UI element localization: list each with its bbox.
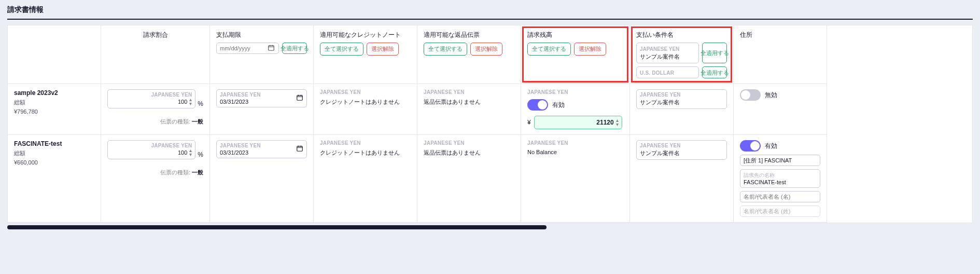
apply-all-label: 全適用する bbox=[281, 45, 309, 51]
cond-usd-input[interactable]: U.S. DOLLAR bbox=[636, 66, 699, 78]
hdr-return: 適用可能な返品伝票 全て選択する 選択解除 bbox=[417, 25, 521, 84]
rep-name-input[interactable] bbox=[740, 191, 820, 202]
cond-usd-apply-all-button[interactable]: 全適用する bbox=[702, 66, 727, 78]
deadline-value: 03/31/2023 bbox=[220, 99, 261, 105]
hdr-cond-label: 支払い条件名 bbox=[636, 31, 727, 39]
addr-toggle[interactable] bbox=[740, 140, 761, 152]
table-scroll[interactable]: 請求割合 支払期限 全適用する bbox=[8, 25, 972, 223]
cell-addr: 有効 請求先の名称 FASCINATE-test bbox=[734, 135, 827, 223]
cond-jpy-input[interactable]: JAPANESE YEN サンプル案件名 bbox=[636, 43, 699, 63]
hdr-deadline: 支払期限 全適用する bbox=[210, 25, 314, 84]
balance-amount: 21120 bbox=[596, 119, 613, 126]
cond-jpy-currency: JAPANESE YEN bbox=[640, 46, 695, 52]
deadline-currency: JAPANESE YEN bbox=[220, 143, 261, 148]
cell-addr: 無効 bbox=[734, 84, 827, 135]
balance-select-all-button[interactable]: 全て選択する bbox=[527, 43, 571, 56]
return-deselect-button[interactable]: 選択解除 bbox=[470, 43, 502, 56]
hdr-deadline-label: 支払期限 bbox=[216, 31, 307, 39]
return-text: 返品伝票はありません bbox=[424, 98, 514, 106]
deadline-currency: JAPANESE YEN bbox=[220, 92, 261, 98]
row-head: FASCINATE-test 総額 ¥660,000 bbox=[8, 135, 101, 223]
deadline-value: 03/31/2023 bbox=[220, 149, 261, 156]
balance-currency: JAPANESE YEN bbox=[527, 89, 623, 95]
credit-text: クレジットノートはありません bbox=[320, 98, 411, 106]
credit-deselect-button[interactable]: 選択解除 bbox=[367, 43, 399, 56]
cond-jpy-sample: サンプル案件名 bbox=[640, 53, 695, 61]
deadline-field[interactable]: JAPANESE YEN 03/31/2023 bbox=[216, 140, 307, 158]
addr-toggle[interactable] bbox=[740, 89, 761, 101]
ratio-currency: JAPANESE YEN bbox=[111, 92, 192, 98]
credit-text: クレジットノートはありません bbox=[320, 149, 411, 157]
divider bbox=[7, 19, 973, 20]
calendar-icon bbox=[296, 145, 303, 154]
page-title: 請求書情報 bbox=[0, 0, 980, 19]
addr-input[interactable] bbox=[740, 155, 820, 166]
hdr-addr: 住所 bbox=[734, 25, 827, 84]
cell-credit: JAPANESE YEN クレジットノートはありません bbox=[314, 84, 417, 135]
balance-symbol: ¥ bbox=[527, 119, 531, 126]
svg-rect-2 bbox=[297, 146, 303, 151]
invoice-card: 請求割合 支払期限 全適用する bbox=[7, 25, 973, 223]
stepper-icon[interactable]: ▴▾ bbox=[189, 98, 192, 106]
cell-return: JAPANESE YEN 返品伝票はありません bbox=[417, 84, 521, 135]
rep-surname-input[interactable] bbox=[740, 206, 820, 217]
cell-ratio: JAPANESE YEN ▴▾ % 伝票の種類: 一般 bbox=[101, 135, 210, 223]
deadline-apply-all-button[interactable]: 全適用する bbox=[282, 43, 307, 54]
cell-return: JAPANESE YEN 返品伝票はありません bbox=[417, 135, 521, 223]
cell-ratio: JAPANESE YEN ▴▾ % 伝票の種類: 一般 bbox=[101, 84, 210, 135]
hdr-credit-label: 適用可能なクレジットノート bbox=[320, 31, 411, 39]
return-select-all-button[interactable]: 全て選択する bbox=[424, 43, 467, 56]
horizontal-scrollbar[interactable] bbox=[7, 225, 547, 229]
ratio-currency: JAPANESE YEN bbox=[111, 143, 192, 148]
cond-field[interactable]: JAPANESE YEN サンプル案件名 bbox=[636, 89, 727, 109]
hdr-cond: 支払い条件名 JAPANESE YEN サンプル案件名 全適用する U.S. D… bbox=[630, 25, 734, 84]
hdr-balance-label: 請求残高 bbox=[527, 31, 623, 39]
return-currency: JAPANESE YEN bbox=[424, 89, 514, 95]
ratio-input[interactable] bbox=[156, 99, 187, 105]
hdr-blank bbox=[8, 25, 101, 84]
voucher-type: 伝票の種類: 一般 bbox=[107, 118, 203, 126]
stepper-icon[interactable]: ▴▾ bbox=[189, 148, 192, 157]
cell-deadline: JAPANESE YEN 03/31/2023 bbox=[210, 135, 314, 223]
cell-cond: JAPANESE YEN サンプル案件名 bbox=[630, 135, 734, 223]
deadline-field[interactable]: JAPANESE YEN 03/31/2023 bbox=[216, 89, 307, 107]
balance-toggle-label: 有効 bbox=[552, 101, 565, 109]
cond-field[interactable]: JAPANESE YEN サンプル案件名 bbox=[636, 140, 727, 160]
hdr-return-label: 適用可能な返品伝票 bbox=[424, 31, 514, 39]
percent-sign: % bbox=[198, 151, 203, 159]
cond-jpy-apply-all-button[interactable]: 全適用する bbox=[702, 43, 727, 63]
svg-rect-1 bbox=[297, 95, 303, 100]
cell-balance: JAPANESE YEN 有効 ¥ 21120 ▴▾ bbox=[521, 84, 630, 135]
addr-toggle-label: 無効 bbox=[765, 91, 777, 100]
hdr-credit: 適用可能なクレジットノート 全て選択する 選択解除 bbox=[314, 25, 417, 84]
cond-value: サンプル案件名 bbox=[640, 149, 723, 157]
credit-select-all-button[interactable]: 全て選択する bbox=[320, 43, 363, 56]
billto-value: FASCINATE-test bbox=[744, 179, 817, 185]
balance-amount-field[interactable]: 21120 ▴▾ bbox=[534, 116, 622, 129]
invoice-grid: 請求割合 支払期限 全適用する bbox=[8, 25, 972, 223]
billto-field[interactable]: 請求先の名称 FASCINATE-test bbox=[740, 169, 820, 188]
addr-toggle-label: 有効 bbox=[765, 142, 777, 150]
row-total-label: 総額 bbox=[14, 99, 25, 105]
cond-currency: JAPANESE YEN bbox=[640, 143, 723, 148]
row-name: sample 2023v2 bbox=[14, 89, 94, 97]
ratio-input[interactable] bbox=[156, 149, 187, 156]
hdr-balance: 請求残高 全て選択する 選択解除 bbox=[521, 25, 630, 84]
row-total: ¥796,780 bbox=[14, 108, 94, 115]
return-currency: JAPANESE YEN bbox=[424, 140, 514, 146]
row-head: sample 2023v2 総額 ¥796,780 bbox=[8, 84, 101, 135]
calendar-icon bbox=[296, 94, 303, 103]
row-total-label: 総額 bbox=[14, 150, 25, 156]
stepper-icon[interactable]: ▴▾ bbox=[616, 118, 619, 127]
percent-sign: % bbox=[198, 100, 203, 108]
cond-value: サンプル案件名 bbox=[640, 99, 723, 106]
hdr-ratio: 請求割合 bbox=[101, 25, 210, 84]
cell-deadline: JAPANESE YEN 03/31/2023 bbox=[210, 84, 314, 135]
billto-label: 請求先の名称 bbox=[744, 172, 817, 179]
cell-credit: JAPANESE YEN クレジットノートはありません bbox=[314, 135, 417, 223]
voucher-type: 伝票の種類: 一般 bbox=[107, 169, 203, 176]
cond-usd-currency: U.S. DOLLAR bbox=[640, 70, 695, 76]
balance-deselect-button[interactable]: 選択解除 bbox=[574, 43, 606, 56]
deadline-global-input[interactable] bbox=[216, 43, 279, 54]
balance-toggle[interactable] bbox=[527, 99, 548, 111]
